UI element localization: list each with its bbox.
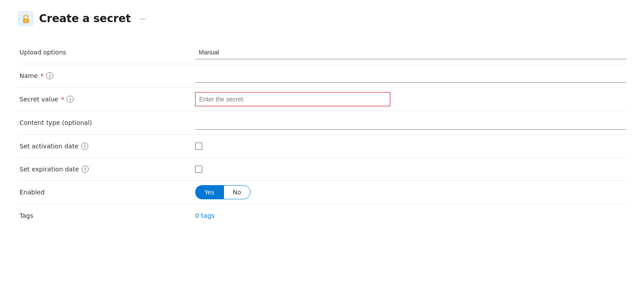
expiration-date-info-icon[interactable]: i (82, 166, 89, 173)
secret-value-label: Secret value * i (18, 96, 195, 103)
activation-date-label: Set activation date i (18, 143, 195, 150)
expiration-date-checkbox-wrapper (195, 166, 202, 173)
svg-point-7 (25, 20, 27, 22)
ellipsis-button[interactable]: ··· (136, 12, 150, 25)
name-label: Name * i (18, 72, 195, 79)
upload-options-select[interactable]: Manual Certificate Import (195, 45, 626, 59)
name-row: Name * i (18, 64, 626, 88)
secret-value-required-star: * (61, 96, 64, 103)
form-container: Upload options Manual Certificate Import… (18, 41, 626, 227)
enabled-toggle: Yes No (195, 185, 251, 199)
enabled-row: Enabled Yes No (18, 181, 626, 204)
activation-date-checkbox[interactable] (195, 143, 202, 150)
content-type-label: Content type (optional) (18, 119, 195, 126)
name-required-star: * (40, 72, 43, 79)
upload-options-label: Upload options (18, 49, 195, 56)
secret-value-input[interactable] (195, 92, 390, 106)
expiration-date-checkbox[interactable] (195, 166, 202, 173)
enabled-label: Enabled (18, 189, 195, 196)
secret-value-info-icon[interactable]: i (67, 96, 74, 103)
expiration-date-row: Set expiration date i (18, 158, 626, 181)
activation-date-checkbox-wrapper (195, 143, 202, 150)
page-title: Create a secret (39, 12, 131, 25)
secret-value-row: Secret value * i (18, 88, 626, 111)
content-type-input[interactable] (195, 116, 626, 130)
key-vault-icon (18, 11, 34, 27)
tags-row: Tags 0 tags (18, 204, 626, 227)
enabled-no-button[interactable]: No (224, 185, 251, 199)
name-info-icon[interactable]: i (46, 72, 53, 79)
upload-options-row: Upload options Manual Certificate Import (18, 41, 626, 64)
tags-link[interactable]: 0 tags (195, 212, 215, 219)
page-header: Create a secret ··· (18, 11, 626, 27)
enabled-yes-button[interactable]: Yes (195, 185, 224, 199)
expiration-date-label: Set expiration date i (18, 166, 195, 173)
tags-label: Tags (18, 212, 195, 219)
activation-date-info-icon[interactable]: i (81, 143, 88, 150)
name-input[interactable] (195, 69, 626, 83)
content-type-row: Content type (optional) (18, 111, 626, 135)
page-container: Create a secret ··· Upload options Manua… (0, 0, 644, 238)
activation-date-row: Set activation date i (18, 135, 626, 158)
